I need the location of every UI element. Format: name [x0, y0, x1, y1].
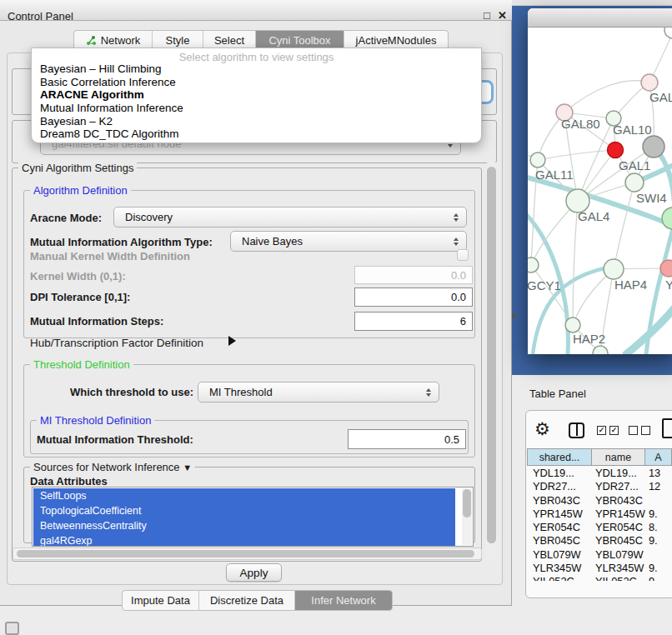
mi-steps-label: Mutual Information Steps: [30, 315, 163, 328]
attribute-item-selected[interactable]: SelfLoops [33, 488, 455, 503]
tab-discretize-label: Discretize Data [210, 594, 283, 607]
attribute-item-selected[interactable]: gal4RGexp [33, 533, 455, 547]
minimized-panel-icon[interactable] [5, 622, 19, 635]
table-row[interactable]: YIL052CYIL052C9 [527, 575, 672, 581]
settings-vscroll-thumb[interactable] [487, 167, 496, 543]
table-row[interactable]: YLR345WYLR345W9. [527, 562, 672, 575]
aracne-mode-label: Aracne Mode: [30, 212, 102, 224]
algorithm-option[interactable]: Bayesian – K2 [32, 115, 481, 128]
which-threshold-value: MI Threshold [209, 386, 273, 398]
gear-icon[interactable]: ⚙ [534, 419, 550, 439]
table-row[interactable]: YDR27...YDR27...12 [527, 480, 672, 493]
panel-divider-grip[interactable] [512, 312, 517, 319]
tab-style-label: Style [166, 34, 190, 47]
mi-threshold-field[interactable]: 0.5 [348, 429, 466, 449]
node-gal11[interactable] [530, 152, 545, 168]
apply-button-label: Apply [240, 567, 268, 579]
cell: YLR345W [527, 562, 592, 575]
tab-infer-network[interactable]: Infer Network [294, 591, 392, 610]
manual-kernel-width-checkbox[interactable] [457, 249, 469, 261]
node-red-selected[interactable] [608, 142, 624, 158]
node-gcy1[interactable] [528, 258, 539, 272]
kernel-width-label: Kernel Width (0,1): [30, 270, 126, 282]
tab-discretize-data[interactable]: Discretize Data [198, 591, 294, 610]
table-row[interactable]: YPR145WYPR145W9. [527, 508, 672, 521]
stepper-arrows-icon [454, 232, 459, 251]
tab-impute-label: Impute Data [131, 594, 190, 607]
node-partial-top[interactable] [664, 28, 672, 38]
cell [645, 494, 672, 508]
table-panel-title: Table Panel [529, 388, 586, 400]
sources-legend-text: Sources for Network Inference [33, 461, 180, 473]
attribute-item-selected[interactable]: TopologicalCoefficient [33, 503, 455, 518]
columns-icon[interactable] [569, 422, 584, 438]
table-body: YDL19...YDL19...13 YDR27...YDR27...12 YB… [527, 467, 672, 581]
mi-steps-field[interactable]: 6 [354, 312, 473, 331]
algorithm-option-selected[interactable]: ARACNE Algorithm [32, 88, 481, 102]
table-row[interactable]: YDL19...YDL19...13 [527, 467, 672, 480]
node-label: Y [665, 278, 672, 292]
algorithm-option[interactable]: Bayesian – Hill Climbing [32, 62, 481, 76]
hub-definition-expander-label[interactable]: Hub/Transcription Factor Definition [30, 337, 203, 349]
cell: YBR043C [592, 494, 645, 508]
node-gal1[interactable] [625, 173, 644, 192]
dropdown-prompt: Select algorithm to view settings [32, 48, 481, 62]
table-row[interactable]: YER054CYER054C8. [527, 521, 672, 534]
network-window-titlebar[interactable] [528, 8, 672, 28]
cell: YBR045C [592, 534, 645, 548]
node-label: GAL11 [535, 168, 574, 182]
apply-button[interactable]: Apply [226, 563, 282, 582]
column-header-shared-name[interactable]: shared... [527, 448, 592, 466]
cell: YDL19... [592, 467, 645, 480]
node-label: GAL10 [613, 122, 652, 137]
algorithm-option[interactable]: Basic Correlation Inference [32, 76, 481, 89]
expander-expanded-icon[interactable]: ▼ [183, 462, 192, 472]
cell [645, 548, 672, 562]
algorithm-definition-legend: Algorithm Definition [30, 184, 131, 197]
dpi-tolerance-field[interactable]: 0.0 [354, 288, 473, 307]
float-window-icon[interactable]: □ [484, 10, 490, 22]
attribute-item-selected[interactable]: BetweennessCentrality [33, 518, 455, 533]
checked-box-icon: ✓ [597, 426, 606, 435]
table-row[interactable]: YBR043CYBR043C [527, 494, 672, 508]
table-row[interactable]: YBR045CYBR045C9. [527, 534, 672, 548]
tab-jactive-label: jActiveMNodules [356, 34, 437, 47]
kernel-width-field[interactable]: 0.0 [354, 266, 473, 284]
cell: 13 [645, 467, 672, 480]
node-gray[interactable] [643, 136, 664, 158]
select-all-checkboxes-icon[interactable]: ✓✓ [597, 426, 619, 435]
network-canvas[interactable]: GAL GAL80 GAL10 GAL11 GAL1 SWI4 GAL4 GCY… [528, 28, 672, 354]
attr-list-vscroll-thumb[interactable] [463, 489, 471, 518]
node-label: HAP4 [614, 278, 647, 292]
node-hap2[interactable] [565, 318, 580, 332]
cell: 9 [645, 575, 672, 581]
deselect-all-checkboxes-icon[interactable] [629, 426, 650, 435]
expander-collapsed-icon[interactable] [228, 336, 236, 346]
cell: YDL19... [527, 467, 592, 480]
which-threshold-combo[interactable]: MI Threshold [198, 382, 439, 402]
close-window-icon[interactable]: ✕ [498, 10, 507, 22]
algorithm-option[interactable]: Mutual Information Inference [32, 102, 481, 115]
settings-hscrollbar[interactable] [13, 548, 482, 560]
tab-impute-data[interactable]: Impute Data [123, 591, 198, 610]
attr-list-vscrollbar[interactable] [462, 488, 472, 545]
column-header-partial[interactable]: A [645, 448, 672, 466]
node-hap4[interactable] [604, 259, 624, 279]
column-header-name[interactable]: name [592, 448, 645, 466]
node-label: HAP2 [573, 332, 605, 346]
mi-algorithm-type-combo[interactable]: Naive Bayes [230, 231, 467, 252]
node-salmon[interactable] [660, 260, 672, 277]
new-table-icon[interactable] [662, 418, 672, 438]
node-partial-right[interactable] [662, 208, 672, 229]
screen: Control Panel □ ✕ Network Style Select C… [0, 0, 672, 635]
node-gal-partial[interactable] [641, 74, 658, 91]
table-header-row: shared... name A [527, 448, 672, 466]
algorithm-option[interactable]: Dream8 DC_TDC Algorithm [32, 128, 481, 141]
aracne-mode-combo[interactable]: Discovery [113, 207, 467, 228]
cell: 8. [645, 521, 672, 534]
table-row[interactable]: YBL079WYBL079W [527, 548, 672, 562]
settings-vscrollbar[interactable] [486, 161, 497, 562]
node-partial-bottom[interactable] [593, 346, 608, 354]
cell: YDR27... [527, 480, 592, 493]
settings-hscroll-thumb[interactable] [17, 550, 474, 558]
